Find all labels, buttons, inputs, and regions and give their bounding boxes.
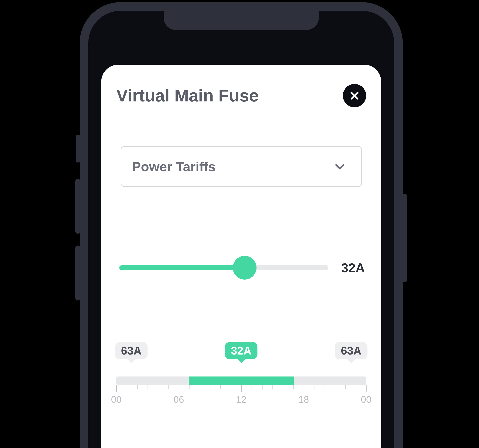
close-icon [349, 90, 360, 101]
timeline-badge[interactable]: 63A [335, 342, 367, 359]
timeline-badge[interactable]: 63A [115, 342, 147, 359]
timeline-hour-label: 12 [236, 394, 246, 405]
slider-fill [119, 265, 245, 270]
device-side-button [402, 194, 407, 282]
device-side-button [75, 179, 80, 234]
timeline-hour-label: 06 [173, 394, 184, 405]
tariff-dropdown-label: Power Tariffs [132, 159, 216, 174]
timeline-hour-label: 18 [299, 394, 309, 405]
device-side-button [75, 246, 80, 301]
app-card: Virtual Main Fuse Power Tariffs [101, 65, 381, 448]
timeline-hour-label: 00 [361, 394, 372, 405]
timeline-badge[interactable]: 32A [225, 342, 257, 359]
timeline-hour-label: 00 [111, 394, 122, 405]
device-side-button [76, 135, 80, 163]
device-frame: Virtual Main Fuse Power Tariffs [80, 2, 403, 448]
close-button[interactable] [343, 84, 366, 107]
timeline-fill [189, 376, 293, 385]
slider-thumb[interactable] [233, 256, 257, 280]
timeline: 63A32A63A 0006121800 [116, 342, 366, 411]
tariff-dropdown[interactable]: Power Tariffs [121, 146, 362, 187]
timeline-ticks: 0006121800 [116, 385, 366, 411]
page-title: Virtual Main Fuse [116, 86, 259, 106]
fuse-slider[interactable] [119, 256, 328, 280]
timeline-bar[interactable] [116, 376, 366, 385]
device-notch [164, 11, 319, 30]
slider-value: 32A [337, 261, 365, 275]
chevron-down-icon [334, 160, 346, 173]
device-screen: Virtual Main Fuse Power Tariffs [88, 11, 394, 448]
